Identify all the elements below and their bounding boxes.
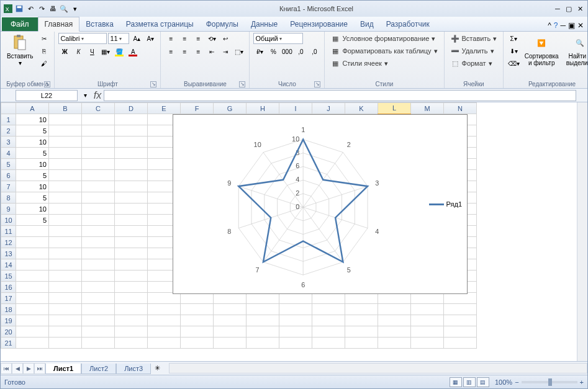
row-header-8[interactable]: 8: [1, 192, 16, 203]
cell-B14[interactable]: [49, 259, 82, 271]
close-icon[interactable]: ✕: [575, 4, 585, 14]
normal-view-icon[interactable]: ▦: [450, 377, 462, 387]
namebox-dropdown-icon[interactable]: ▾: [79, 90, 91, 101]
col-header-C[interactable]: C: [82, 103, 115, 114]
cell-N18[interactable]: [444, 304, 477, 315]
fill-color-icon[interactable]: 🪣: [113, 46, 125, 57]
font-size-combo[interactable]: 11▾: [108, 33, 129, 44]
cell-D9[interactable]: [115, 203, 148, 215]
cell-H18[interactable]: [247, 304, 279, 315]
ribbon-tab-5[interactable]: Рецензирование: [284, 17, 354, 31]
align-left-icon[interactable]: ≡: [165, 46, 177, 57]
cell-D7[interactable]: [115, 181, 148, 192]
cell-H19[interactable]: [247, 315, 279, 326]
col-header-M[interactable]: M: [411, 103, 444, 114]
delete-cells-button[interactable]: ➖Удалить ▾: [448, 45, 497, 56]
font-launcher-icon[interactable]: ↘: [150, 81, 156, 87]
row-header-20[interactable]: 20: [1, 326, 16, 338]
clear-icon[interactable]: ⌫▾: [507, 58, 520, 69]
align-right-icon[interactable]: ≡: [192, 46, 204, 57]
currency-icon[interactable]: ₽▾: [253, 46, 266, 57]
sheet-tab-0[interactable]: Лист1: [45, 364, 81, 374]
formula-input[interactable]: [104, 90, 576, 101]
cell-E18[interactable]: [148, 304, 181, 315]
cell-E21[interactable]: [148, 338, 181, 349]
cell-D1[interactable]: [115, 114, 148, 125]
cell-C10[interactable]: [82, 215, 115, 226]
cell-G18[interactable]: [214, 304, 247, 315]
cell-A15[interactable]: [16, 271, 49, 282]
cell-M21[interactable]: [411, 338, 444, 349]
cell-C20[interactable]: [82, 326, 115, 338]
cell-B10[interactable]: [49, 215, 82, 226]
cell-C15[interactable]: [82, 271, 115, 282]
cell-H20[interactable]: [247, 326, 279, 338]
cell-B6[interactable]: [49, 170, 82, 181]
cell-A20[interactable]: [16, 326, 49, 338]
decrease-indent-icon[interactable]: ⇤: [206, 46, 218, 57]
maximize-icon[interactable]: ▢: [564, 4, 574, 14]
increase-decimal-icon[interactable]: ,0: [294, 46, 307, 57]
cell-M18[interactable]: [411, 304, 444, 315]
cell-B18[interactable]: [49, 304, 82, 315]
cell-B1[interactable]: [49, 114, 82, 125]
cell-E19[interactable]: [148, 315, 181, 326]
cell-A8[interactable]: 5: [16, 192, 49, 203]
cell-I20[interactable]: [279, 326, 312, 338]
copy-icon[interactable]: ⎘: [38, 45, 50, 56]
row-header-12[interactable]: 12: [1, 237, 16, 248]
cell-A11[interactable]: [16, 226, 49, 237]
cell-D11[interactable]: [115, 226, 148, 237]
cell-A19[interactable]: [16, 315, 49, 326]
fill-icon[interactable]: ⬇▾: [507, 45, 520, 56]
doc-restore-icon[interactable]: ▣: [568, 21, 575, 30]
cell-B3[interactable]: [49, 136, 82, 148]
cell-N20[interactable]: [444, 326, 477, 338]
col-header-H[interactable]: H: [247, 103, 279, 114]
help-icon[interactable]: ?: [554, 21, 558, 30]
cell-B16[interactable]: [49, 282, 82, 293]
col-header-D[interactable]: D: [115, 103, 148, 114]
cell-I18[interactable]: [279, 304, 312, 315]
cell-B13[interactable]: [49, 248, 82, 259]
doc-close-icon[interactable]: ✕: [577, 21, 584, 30]
ribbon-tab-1[interactable]: Вставка: [79, 17, 120, 31]
col-header-B[interactable]: B: [49, 103, 82, 114]
col-header-I[interactable]: I: [279, 103, 312, 114]
cell-K21[interactable]: [345, 338, 378, 349]
bold-icon[interactable]: Ж: [58, 46, 71, 57]
cell-B9[interactable]: [49, 203, 82, 215]
format-as-table-button[interactable]: ▦Форматировать как таблицу ▾: [328, 45, 440, 56]
cell-C13[interactable]: [82, 248, 115, 259]
cell-A18[interactable]: [16, 304, 49, 315]
minimize-ribbon-icon[interactable]: ^: [548, 21, 551, 30]
shrink-font-icon[interactable]: A▾: [144, 33, 156, 44]
tab-last-icon[interactable]: ⏭: [34, 363, 45, 374]
cell-A16[interactable]: [16, 282, 49, 293]
cell-F21[interactable]: [181, 338, 214, 349]
vertical-scrollbar[interactable]: [577, 102, 587, 361]
row-header-4[interactable]: 4: [1, 148, 16, 159]
grow-font-icon[interactable]: A▴: [130, 33, 143, 44]
row-header-14[interactable]: 14: [1, 259, 16, 271]
cell-A2[interactable]: 5: [16, 125, 49, 136]
cell-A1[interactable]: 10: [16, 114, 49, 125]
cell-C21[interactable]: [82, 338, 115, 349]
cell-D8[interactable]: [115, 192, 148, 203]
qat-more-icon[interactable]: ▾: [70, 4, 80, 14]
row-header-19[interactable]: 19: [1, 315, 16, 326]
file-tab[interactable]: Файл: [2, 17, 38, 31]
cell-D16[interactable]: [115, 282, 148, 293]
zoom-out-icon[interactable]: −: [515, 378, 518, 386]
cell-B5[interactable]: [49, 159, 82, 170]
minimize-icon[interactable]: ─: [553, 4, 563, 14]
format-painter-icon[interactable]: 🖌: [38, 58, 50, 69]
radar-chart[interactable]: 123456789100246810 Ряд1: [173, 114, 468, 294]
cell-D5[interactable]: [115, 159, 148, 170]
cell-D15[interactable]: [115, 271, 148, 282]
cell-C3[interactable]: [82, 136, 115, 148]
cell-A5[interactable]: 10: [16, 159, 49, 170]
cell-D14[interactable]: [115, 259, 148, 271]
col-header-F[interactable]: F: [181, 103, 214, 114]
cell-D20[interactable]: [115, 326, 148, 338]
